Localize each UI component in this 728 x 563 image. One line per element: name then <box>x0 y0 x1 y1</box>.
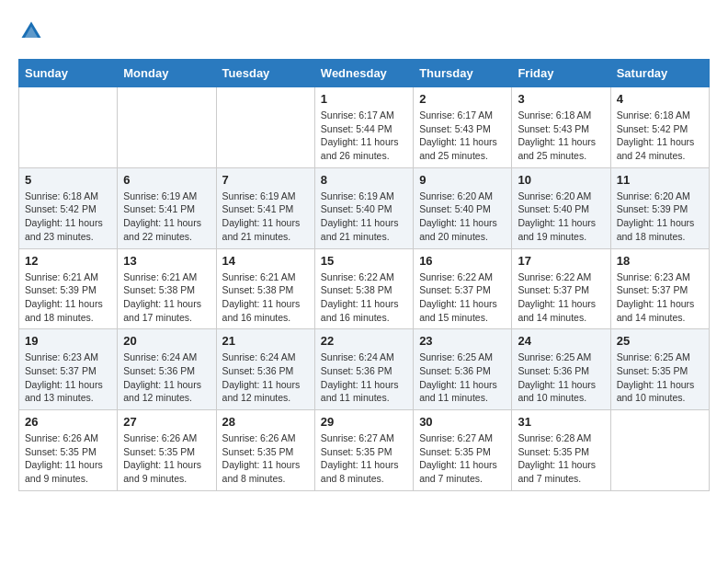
calendar-week-row: 1Sunrise: 6:17 AM Sunset: 5:44 PM Daylig… <box>19 87 710 168</box>
day-number: 27 <box>123 415 210 429</box>
day-number: 16 <box>419 254 506 268</box>
day-info: Sunrise: 6:26 AM Sunset: 5:35 PM Dayligh… <box>25 431 111 486</box>
calendar-cell: 5Sunrise: 6:18 AM Sunset: 5:42 PM Daylig… <box>19 167 118 248</box>
day-number: 21 <box>222 334 309 348</box>
day-info: Sunrise: 6:24 AM Sunset: 5:36 PM Dayligh… <box>222 350 309 405</box>
weekday-header-sunday: Sunday <box>19 60 118 87</box>
day-number: 17 <box>518 254 604 268</box>
day-info: Sunrise: 6:27 AM Sunset: 5:35 PM Dayligh… <box>419 431 506 486</box>
calendar-cell: 12Sunrise: 6:21 AM Sunset: 5:39 PM Dayli… <box>19 248 118 329</box>
calendar-cell: 23Sunrise: 6:25 AM Sunset: 5:36 PM Dayli… <box>414 329 512 410</box>
day-info: Sunrise: 6:25 AM Sunset: 5:36 PM Dayligh… <box>419 350 506 405</box>
calendar-cell: 28Sunrise: 6:26 AM Sunset: 5:35 PM Dayli… <box>216 410 314 491</box>
day-number: 3 <box>518 92 604 106</box>
calendar-week-row: 5Sunrise: 6:18 AM Sunset: 5:42 PM Daylig… <box>19 167 710 248</box>
day-number: 24 <box>518 334 604 348</box>
calendar-cell: 25Sunrise: 6:25 AM Sunset: 5:35 PM Dayli… <box>610 329 709 410</box>
day-number: 4 <box>617 92 703 106</box>
day-info: Sunrise: 6:26 AM Sunset: 5:35 PM Dayligh… <box>222 431 309 486</box>
day-number: 31 <box>518 415 604 429</box>
calendar-cell: 13Sunrise: 6:21 AM Sunset: 5:38 PM Dayli… <box>118 248 216 329</box>
day-number: 20 <box>123 334 210 348</box>
day-info: Sunrise: 6:20 AM Sunset: 5:40 PM Dayligh… <box>419 190 506 244</box>
day-number: 22 <box>321 334 407 348</box>
day-info: Sunrise: 6:21 AM Sunset: 5:38 PM Dayligh… <box>123 270 210 325</box>
calendar-cell: 31Sunrise: 6:28 AM Sunset: 5:35 PM Dayli… <box>512 410 610 491</box>
day-number: 26 <box>25 415 111 429</box>
calendar-cell: 30Sunrise: 6:27 AM Sunset: 5:35 PM Dayli… <box>414 410 512 491</box>
calendar-cell <box>610 410 709 491</box>
day-number: 29 <box>321 415 407 429</box>
day-info: Sunrise: 6:22 AM Sunset: 5:37 PM Dayligh… <box>419 270 506 325</box>
day-info: Sunrise: 6:20 AM Sunset: 5:40 PM Dayligh… <box>518 190 604 244</box>
day-info: Sunrise: 6:18 AM Sunset: 5:42 PM Dayligh… <box>25 190 111 244</box>
day-info: Sunrise: 6:17 AM Sunset: 5:43 PM Dayligh… <box>419 109 506 163</box>
calendar-cell: 8Sunrise: 6:19 AM Sunset: 5:40 PM Daylig… <box>314 167 413 248</box>
calendar-cell: 14Sunrise: 6:21 AM Sunset: 5:38 PM Dayli… <box>216 248 314 329</box>
day-info: Sunrise: 6:19 AM Sunset: 5:40 PM Dayligh… <box>321 190 407 244</box>
day-info: Sunrise: 6:23 AM Sunset: 5:37 PM Dayligh… <box>617 270 703 325</box>
day-number: 30 <box>419 415 506 429</box>
logo <box>18 18 48 44</box>
day-info: Sunrise: 6:17 AM Sunset: 5:44 PM Dayligh… <box>321 109 407 163</box>
day-number: 25 <box>617 334 703 348</box>
logo-icon <box>18 18 44 44</box>
calendar-table: SundayMondayTuesdayWednesdayThursdayFrid… <box>18 59 710 491</box>
day-number: 15 <box>321 254 407 268</box>
calendar-cell: 24Sunrise: 6:25 AM Sunset: 5:36 PM Dayli… <box>512 329 610 410</box>
day-number: 14 <box>222 254 309 268</box>
day-number: 23 <box>419 334 506 348</box>
calendar-cell: 4Sunrise: 6:18 AM Sunset: 5:42 PM Daylig… <box>610 87 709 168</box>
day-info: Sunrise: 6:20 AM Sunset: 5:39 PM Dayligh… <box>617 190 703 244</box>
calendar-week-row: 19Sunrise: 6:23 AM Sunset: 5:37 PM Dayli… <box>19 329 710 410</box>
calendar-cell: 16Sunrise: 6:22 AM Sunset: 5:37 PM Dayli… <box>414 248 512 329</box>
calendar-cell: 19Sunrise: 6:23 AM Sunset: 5:37 PM Dayli… <box>19 329 118 410</box>
calendar-cell: 27Sunrise: 6:26 AM Sunset: 5:35 PM Dayli… <box>118 410 216 491</box>
calendar-cell: 29Sunrise: 6:27 AM Sunset: 5:35 PM Dayli… <box>314 410 413 491</box>
calendar-week-row: 26Sunrise: 6:26 AM Sunset: 5:35 PM Dayli… <box>19 410 710 491</box>
calendar-cell: 2Sunrise: 6:17 AM Sunset: 5:43 PM Daylig… <box>414 87 512 168</box>
day-number: 6 <box>123 173 210 187</box>
day-info: Sunrise: 6:21 AM Sunset: 5:38 PM Dayligh… <box>222 270 309 325</box>
calendar-cell: 20Sunrise: 6:24 AM Sunset: 5:36 PM Dayli… <box>118 329 216 410</box>
day-info: Sunrise: 6:21 AM Sunset: 5:39 PM Dayligh… <box>25 270 111 325</box>
day-info: Sunrise: 6:18 AM Sunset: 5:43 PM Dayligh… <box>518 109 604 163</box>
calendar-cell: 9Sunrise: 6:20 AM Sunset: 5:40 PM Daylig… <box>414 167 512 248</box>
weekday-header-monday: Monday <box>118 60 216 87</box>
day-number: 11 <box>617 173 703 187</box>
weekday-header-friday: Friday <box>512 60 610 87</box>
day-info: Sunrise: 6:22 AM Sunset: 5:37 PM Dayligh… <box>518 270 604 325</box>
weekday-header-thursday: Thursday <box>414 60 512 87</box>
weekday-header-row: SundayMondayTuesdayWednesdayThursdayFrid… <box>19 60 710 87</box>
day-number: 9 <box>419 173 506 187</box>
weekday-header-tuesday: Tuesday <box>216 60 314 87</box>
day-info: Sunrise: 6:26 AM Sunset: 5:35 PM Dayligh… <box>123 431 210 486</box>
calendar-cell: 18Sunrise: 6:23 AM Sunset: 5:37 PM Dayli… <box>610 248 709 329</box>
day-number: 19 <box>25 334 111 348</box>
calendar-cell: 7Sunrise: 6:19 AM Sunset: 5:41 PM Daylig… <box>216 167 314 248</box>
day-info: Sunrise: 6:25 AM Sunset: 5:36 PM Dayligh… <box>518 350 604 405</box>
day-info: Sunrise: 6:19 AM Sunset: 5:41 PM Dayligh… <box>222 190 309 244</box>
calendar-cell: 3Sunrise: 6:18 AM Sunset: 5:43 PM Daylig… <box>512 87 610 168</box>
day-info: Sunrise: 6:22 AM Sunset: 5:38 PM Dayligh… <box>321 270 407 325</box>
calendar-cell: 21Sunrise: 6:24 AM Sunset: 5:36 PM Dayli… <box>216 329 314 410</box>
calendar-cell <box>118 87 216 168</box>
day-number: 1 <box>321 92 407 106</box>
day-info: Sunrise: 6:27 AM Sunset: 5:35 PM Dayligh… <box>321 431 407 486</box>
day-info: Sunrise: 6:28 AM Sunset: 5:35 PM Dayligh… <box>518 431 604 486</box>
calendar-cell: 15Sunrise: 6:22 AM Sunset: 5:38 PM Dayli… <box>314 248 413 329</box>
calendar-cell: 10Sunrise: 6:20 AM Sunset: 5:40 PM Dayli… <box>512 167 610 248</box>
day-info: Sunrise: 6:18 AM Sunset: 5:42 PM Dayligh… <box>617 109 703 163</box>
day-number: 8 <box>321 173 407 187</box>
day-info: Sunrise: 6:23 AM Sunset: 5:37 PM Dayligh… <box>25 350 111 405</box>
calendar-cell: 22Sunrise: 6:24 AM Sunset: 5:36 PM Dayli… <box>314 329 413 410</box>
calendar-cell: 11Sunrise: 6:20 AM Sunset: 5:39 PM Dayli… <box>610 167 709 248</box>
calendar-cell: 26Sunrise: 6:26 AM Sunset: 5:35 PM Dayli… <box>19 410 118 491</box>
calendar-cell: 1Sunrise: 6:17 AM Sunset: 5:44 PM Daylig… <box>314 87 413 168</box>
calendar-cell <box>19 87 118 168</box>
day-number: 13 <box>123 254 210 268</box>
weekday-header-wednesday: Wednesday <box>314 60 413 87</box>
day-number: 5 <box>25 173 111 187</box>
page-header <box>18 18 710 44</box>
day-info: Sunrise: 6:24 AM Sunset: 5:36 PM Dayligh… <box>123 350 210 405</box>
